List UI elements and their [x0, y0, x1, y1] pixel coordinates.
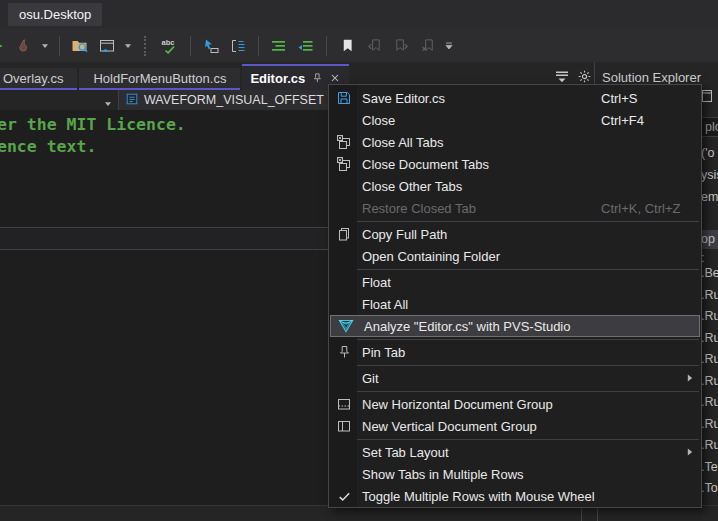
toolbar-grip[interactable] [144, 36, 148, 56]
tree-item-fragment[interactable]: .Ru [701, 309, 718, 323]
menu-item-label: Set Tab Layout [359, 445, 701, 460]
pin-icon [329, 344, 359, 360]
menu-item-close-all-tabs[interactable]: Close All Tabs [329, 131, 701, 153]
tree-item-fragment[interactable]: ('o [701, 146, 715, 160]
partial-green-icon[interactable] [0, 34, 9, 58]
tab-context-menu: Save Editor.csCtrl+SCloseCtrl+F4Close Al… [328, 84, 702, 508]
menu-item-label: Restore Closed Tab [359, 201, 601, 216]
menu-item-restore-closed-tab: Restore Closed TabCtrl+K, Ctrl+Z [329, 197, 701, 219]
menu-item-new-horizontal-document-group[interactable]: New Horizontal Document Group [329, 393, 701, 415]
vertical-group-icon [329, 418, 359, 434]
menu-item-git[interactable]: Git [329, 367, 701, 389]
tree-item-fragment[interactable]: .Be [701, 266, 718, 280]
menu-shortcut: Ctrl+F4 [601, 113, 701, 128]
tree-item-fragment[interactable]: .Ru [701, 374, 718, 388]
member-icon [125, 92, 139, 109]
document-tab-holdformenubutton-cs[interactable]: HoldForMenuButton.cs [79, 68, 240, 90]
menu-item-float[interactable]: Float [329, 271, 701, 293]
menu-item-pin-tab[interactable]: Pin Tab [329, 341, 701, 363]
bookmark-icon[interactable] [335, 34, 359, 58]
menu-item-label: Save Editor.cs [359, 91, 601, 106]
format-document-icon[interactable] [267, 34, 291, 58]
window-home-icon[interactable] [95, 34, 119, 58]
tree-item-fragment[interactable]: .Ru [701, 331, 718, 345]
pvs-studio-icon [331, 318, 361, 334]
menu-item-label: Analyze "Editor.cs" with PVS-Studio [361, 319, 699, 334]
copy-path-icon [329, 226, 359, 242]
menu-item-label: Git [359, 371, 701, 386]
format-selection-icon[interactable] [294, 34, 318, 58]
hot-reload-flame-icon[interactable] [12, 34, 36, 58]
tree-item-fragment[interactable]: .To [701, 481, 718, 495]
menu-item-label: Close All Tabs [359, 135, 701, 150]
svg-text:abc: abc [162, 38, 175, 47]
solution-search-fragment: plo [705, 120, 718, 134]
solution-explorer-title: Solution Explorer [602, 70, 701, 85]
tab-label: Editor.cs [250, 71, 305, 86]
tree-item-fragment[interactable]: em [701, 190, 718, 204]
settings-gear-icon[interactable] [576, 68, 592, 84]
menu-item-close-document-tabs[interactable]: Close Document Tabs [329, 153, 701, 175]
spell-check-icon[interactable]: abc [158, 34, 182, 58]
menu-item-label: Show Tabs in Multiple Rows [359, 467, 701, 482]
menu-item-close[interactable]: CloseCtrl+F4 [329, 109, 701, 131]
tree-item-fragment[interactable]: .Ru [701, 417, 718, 431]
dropdown-chevron-icon[interactable] [39, 34, 51, 58]
horizontal-group-icon [329, 396, 359, 412]
tree-item-fragment[interactable]: ysis [701, 168, 718, 182]
menu-separator [357, 391, 699, 392]
bookmark-previous-icon[interactable] [362, 34, 386, 58]
dropdown-chevron-icon[interactable] [122, 34, 134, 58]
overflow-chevron-icon[interactable] [443, 34, 455, 58]
member-dropdown-label: WAVEFORM_VISUAL_OFFSET [144, 93, 324, 107]
tree-item-fragment[interactable]: .Ru [701, 288, 718, 302]
visual-studio-window: osu.Desktop abc Overlay.csHoldForMenuBut… [0, 0, 718, 521]
menu-item-close-other-tabs[interactable]: Close Other Tabs [329, 175, 701, 197]
menu-separator [357, 439, 699, 440]
se-toolbar-partial-icon[interactable] [714, 88, 718, 108]
code-comment-line: er the MIT Licence. [0, 115, 186, 134]
tree-item-fragment[interactable]: .Ru [701, 395, 718, 409]
folder-search-icon[interactable] [68, 34, 92, 58]
menu-item-new-vertical-document-group[interactable]: New Vertical Document Group [329, 415, 701, 437]
tab-label: HoldForMenuButton.cs [93, 71, 226, 86]
document-tab-overlay-cs[interactable]: Overlay.cs [0, 68, 77, 90]
bookmark-clear-icon[interactable] [416, 34, 440, 58]
select-pointer-icon[interactable] [199, 34, 223, 58]
menu-item-toggle-multiple-rows-with-mouse-wheel[interactable]: Toggle Multiple Rows with Mouse Wheel [329, 485, 701, 507]
tree-item-fragment[interactable]: .Ru [701, 352, 718, 366]
menu-item-label: Pin Tab [359, 345, 701, 360]
menu-item-copy-full-path[interactable]: Copy Full Path [329, 223, 701, 245]
tree-item-fragment[interactable]: .To [701, 503, 718, 505]
toolbar-separator [59, 36, 60, 56]
startup-project-label: osu.Desktop [19, 7, 91, 22]
menu-item-label: Open Containing Folder [359, 249, 701, 264]
menu-item-label: New Horizontal Document Group [359, 397, 701, 412]
check-icon [329, 489, 359, 504]
menu-item-open-containing-folder[interactable]: Open Containing Folder [329, 245, 701, 267]
menu-separator [357, 269, 699, 270]
menu-shortcut: Ctrl+S [601, 91, 701, 106]
menu-item-float-all[interactable]: Float All [329, 293, 701, 315]
startup-project-selector[interactable]: osu.Desktop [8, 3, 102, 26]
menu-item-label: Toggle Multiple Rows with Mouse Wheel [359, 489, 701, 504]
tab-well-controls [554, 68, 592, 84]
menu-separator [357, 221, 699, 222]
menu-item-label: Close Other Tabs [359, 179, 701, 194]
solution-search-input[interactable]: plo [700, 117, 718, 137]
menu-item-analyze-editor-cs-with-pvs-studio[interactable]: Analyze "Editor.cs" with PVS-Studio [330, 315, 700, 337]
menu-item-set-tab-layout[interactable]: Set Tab Layout [329, 441, 701, 463]
type-dropdown[interactable] [0, 90, 118, 110]
tab-list-icon[interactable] [554, 68, 570, 84]
menu-item-save-editor-cs[interactable]: Save Editor.csCtrl+S [329, 87, 701, 109]
pin-tab-icon[interactable] [311, 72, 323, 84]
bookmark-next-icon[interactable] [389, 34, 413, 58]
submenu-arrow-icon [683, 371, 697, 388]
menu-item-show-tabs-in-multiple-rows[interactable]: Show Tabs in Multiple Rows [329, 463, 701, 485]
tree-item-fragment[interactable]: .Ru [701, 438, 718, 452]
tree-item-fragment[interactable]: .Te [701, 460, 718, 474]
element-list-icon[interactable] [226, 34, 250, 58]
menu-item-label: Copy Full Path [359, 227, 701, 242]
close-tab-icon[interactable] [329, 72, 341, 84]
menu-item-label: New Vertical Document Group [359, 419, 701, 434]
